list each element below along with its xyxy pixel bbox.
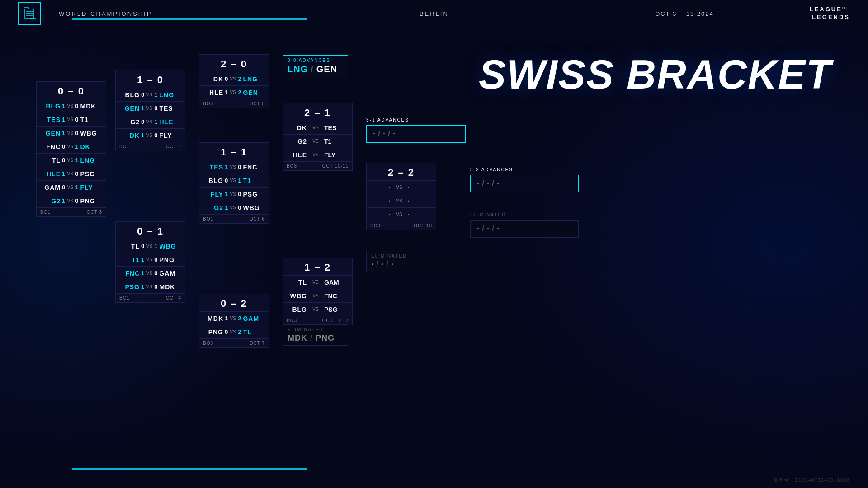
three-zero-label: 3-0 ADVANCES [288,58,343,63]
r1m7-t1: GAM [40,184,61,191]
r3b-m1-t2: GAM [241,315,264,322]
round4-bot-date: OCT 11-12 [322,318,349,323]
r2t-m2-t1: GEN [119,105,140,112]
r3b-match1: MDK 1 VS 2 GAM [199,311,269,325]
r2b-m4-vs: VS [144,284,154,289]
r2b-m2-vs: VS [144,257,154,262]
r4b-m2-vs: VS [311,293,321,298]
r2t-m2-t2: TES [157,105,180,112]
r2t-match1: BLG 0 VS 1 LNG [116,88,185,101]
r2b-m2-t1: T1 [119,256,140,263]
header-title: WORLD CHAMPIONSHIP [59,10,309,17]
r1m6-vs: VS [65,171,75,176]
three-zero-t1: LNG [288,64,308,75]
round3-mid-date: OCT 6 [250,216,265,221]
r4b-m3-t2: PSG [324,306,338,313]
r5-match1: · VS · [367,180,436,194]
round2-bot-footer: BO1 OCT 4 [116,293,185,302]
elim-late-dot1: · [477,224,479,234]
r1m5-t1: TL [40,157,61,164]
r2t-m3-vs: VS [144,119,154,124]
r2t-match4: DK 1 VS 0 FLY [116,128,185,142]
footer-note: 备案号：Z1904073240913026 [773,477,850,483]
three-one-dot2: · [383,129,385,139]
r1m2-t1: TES [40,116,61,123]
r1m7-t2: FLY [78,184,101,191]
elim-mid-dot1: · [371,260,373,269]
r4t-m1-t1: DK [287,124,307,131]
elim-late-slash2: / [492,224,494,234]
round3-mid-footer: BO1 OCT 6 [199,214,269,223]
r1m2-s2: 0 [75,116,78,123]
r3t-m1-t2: LNG [241,75,264,83]
r3m-m4-vs: VS [228,205,238,210]
r1m5-t2: LNG [78,157,101,164]
r3b-m2-s2: 2 [238,328,241,335]
elim-mid-dot2: · [381,260,383,269]
r3t-match2: HLE 1 VS 2 GEN [199,85,269,99]
r3m-m4-s2: 0 [238,204,241,211]
r2t-m4-vs: VS [144,133,154,138]
r3b-m2-t1: PNG [203,328,223,336]
round2-top-score: 1 – 0 [116,70,185,88]
r4t-m2-t1: G2 [287,138,307,145]
round1-match1: BLG 1 VS 0 MDK [37,99,106,113]
round3-mid-panel: 1 – 1 TES 1 VS 0 FNC BLG 0 VS 1 T1 FLY 1… [199,142,269,224]
round3-bot-date: OCT 7 [250,341,265,346]
r5-m1-t2: · [408,184,410,191]
r1m2-t2: T1 [78,116,101,123]
r3m-m2-vs: VS [228,178,238,183]
r2b-m4-t2: MDK [157,283,180,291]
r2t-match2: GEN 1 VS 0 TES [116,101,185,115]
r2b-m3-s1: 1 [141,270,144,277]
r2b-m4-t1: PSG [119,283,140,291]
r3b-m2-vs: VS [228,329,238,334]
r2b-m2-s2: 0 [154,256,157,263]
r2t-m4-t2: FLY [157,132,180,139]
round3-top-panel: 2 – 0 DK 0 VS 2 LNG HLE 1 VS 2 GEN BO3 O… [199,54,269,108]
round2-top-panel: 1 – 0 BLG 0 VS 1 LNG GEN 1 VS 0 TES G2 0… [115,70,185,151]
round1-match2: TES 1 VS 0 T1 [37,113,106,126]
r3t-m2-t1: HLE [203,89,223,96]
round1-match3: GEN 1 VS 0 WBG [37,126,106,140]
r3b-m1-s1: 1 [225,315,228,322]
r1m8-s2: 0 [75,197,78,204]
r2t-m3-t1: G2 [119,118,140,126]
round3-bot-format: BO3 [203,341,213,346]
header-brand: LEAGUEOF LEGENDS [810,6,850,21]
elim-mid-teams: · / · / · [371,260,458,269]
r2t-m2-vs: VS [144,106,154,111]
r1m4-s1: 0 [62,143,65,150]
r3m-m3-t2: PSG [241,191,264,198]
r4t-m2-vs: VS [311,139,321,144]
r3b-m1-s2: 2 [238,315,241,322]
r3b-m2-t2: TL [241,328,264,336]
r1m5-s2: 1 [75,157,78,164]
three-two-dot2: · [487,179,489,188]
r3m-match3: FLY 1 VS 0 PSG [199,187,269,201]
three-one-dot1: · [373,129,375,139]
round2-bot-date: OCT 4 [166,296,181,300]
three-one-slash2: / [388,129,390,139]
elim-early-slash: / [310,333,313,343]
round3-mid-format: BO1 [203,216,213,221]
round2-top-footer: BO1 OCT 4 [116,142,185,151]
r1m6-s1: 1 [62,170,65,177]
r2b-m4-s2: 0 [154,283,157,290]
r2t-match3: G2 0 VS 1 HLE [116,115,185,128]
three-two-dot1: · [477,179,479,188]
r1m1-t2: MDK [78,103,101,110]
round2-top-date: OCT 4 [166,144,181,149]
r1m5-vs: VS [65,158,75,163]
r3t-m1-t1: DK [203,75,223,83]
r1m7-s1: 0 [62,184,65,191]
round1-format: BO1 [40,210,51,215]
elim-early-label: ELIMINATED [288,327,343,332]
r3t-m1-vs: VS [228,76,238,81]
round3-bot-score: 0 – 2 [199,294,269,311]
r4t-m1-vs: VS [311,125,321,130]
r3m-match2: BLG 0 VS 1 T1 [199,174,269,187]
round1-match5: TL 0 VS 1 LNG [37,153,106,167]
r4t-m1-t2: TES [324,124,336,131]
r3m-m2-t1: BLG [203,177,223,184]
